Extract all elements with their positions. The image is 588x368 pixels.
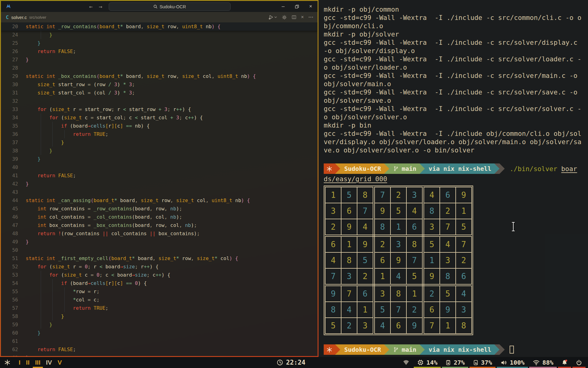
module-power[interactable]	[572, 357, 586, 368]
code-token: start_row	[55, 82, 88, 87]
line-number: 33	[1, 105, 18, 113]
code-editor-area[interactable]: 20static int _row_contains(board_t* boar…	[1, 22, 318, 356]
prompt-segment: via nix nix-shell	[425, 163, 495, 174]
indent-guide	[64, 296, 65, 304]
code-text: }	[18, 56, 29, 64]
sudoku-cell: 8	[456, 318, 472, 334]
code-token: TRUE	[94, 131, 106, 137]
workspace-I[interactable]: I	[16, 357, 23, 368]
editor-window[interactable]: ← → Sudoku-OCR – × C solver.c src/	[1, 1, 318, 356]
code-token	[144, 73, 147, 79]
split-editor-button[interactable]	[292, 15, 296, 20]
line-number: 46	[1, 213, 18, 221]
module-network[interactable]: 88%	[529, 357, 557, 368]
sudoku-cell: 2	[456, 252, 472, 268]
code-text	[18, 97, 26, 105]
nix-snowflake-icon[interactable]	[4, 357, 13, 368]
close-editor-button[interactable]: ×	[301, 14, 304, 20]
sudoku-cell: 8	[390, 285, 406, 302]
code-token: ++	[176, 106, 182, 112]
code-line: 29static int _box_contains(board_t* boar…	[1, 72, 318, 80]
code-text: }	[18, 238, 29, 246]
nav-back-button[interactable]: ←	[89, 3, 92, 10]
line-number: 42	[1, 180, 18, 188]
sudoku-cell: 1	[456, 203, 472, 219]
restore-button[interactable]	[290, 1, 304, 12]
tray-network-icon[interactable]	[399, 357, 413, 368]
line-number: 36	[1, 130, 18, 138]
code-token: (col	[91, 90, 108, 96]
module-memory[interactable]: 27%	[441, 357, 469, 368]
code-token: /	[108, 90, 111, 96]
code-line: 63}	[1, 354, 318, 356]
code-text	[18, 188, 26, 196]
code-token	[179, 24, 182, 29]
minimize-button[interactable]: –	[276, 1, 290, 12]
module-notifications[interactable]	[557, 357, 572, 368]
code-token	[138, 197, 141, 203]
more-actions-button[interactable]	[308, 16, 313, 18]
powerline-arrow-shape	[494, 344, 499, 355]
code-token	[156, 255, 159, 261]
taskbar[interactable]: IIIIIIIVV 22:24 14%27%37%100%88%	[0, 357, 588, 368]
line-number: 44	[1, 196, 18, 205]
sudoku-cell: 3	[423, 219, 440, 236]
workspace-IV[interactable]: IV	[43, 357, 55, 368]
code-token: (board	[132, 222, 150, 228]
code-token: return	[38, 173, 55, 178]
code-text: return !(row_contains || col_contains ||…	[18, 229, 200, 238]
nav-forward-button[interactable]: →	[99, 3, 102, 10]
code-line: 32	[1, 97, 318, 105]
space	[557, 165, 561, 173]
tab-solver-c[interactable]: C solver.c src/solver	[1, 12, 51, 22]
module-value: 14%	[426, 359, 437, 366]
code-text: }	[18, 39, 40, 47]
sudoku-cell: 3	[440, 252, 456, 268]
powerline-arrow-shape	[420, 163, 425, 174]
terminal-window[interactable]: mkdir -p obj/commongcc -std=c99 -Wall -W…	[318, 0, 588, 357]
code-token	[55, 197, 58, 203]
code-token	[55, 347, 58, 352]
code-token: box_contains)	[156, 231, 197, 236]
module-volume[interactable]: 100%	[496, 357, 529, 368]
code-token: board	[117, 197, 135, 203]
code-token	[132, 280, 135, 286]
indent-guide	[52, 312, 53, 320]
code-line: 48 return !(row_contains || col_contains…	[1, 229, 318, 238]
code-token: ]	[120, 123, 123, 129]
line-number: 29	[1, 72, 18, 80]
line-number: 62	[1, 345, 18, 354]
code-token	[26, 222, 38, 228]
code-text: for (size_t r = start_row; r < start_row…	[18, 105, 191, 113]
command-center-search[interactable]: Sudoku-OCR	[109, 2, 231, 11]
run-debug-button[interactable]	[268, 14, 277, 20]
gear-icon[interactable]	[282, 15, 287, 20]
module-value: 88%	[542, 359, 553, 366]
code-token: size_t	[64, 115, 82, 121]
code-token: TRUE	[94, 305, 106, 311]
editor-titlebar[interactable]: ← → Sudoku-OCR – ×	[1, 1, 318, 12]
code-token	[182, 222, 185, 228]
sudoku-cell: 9	[440, 302, 456, 318]
code-token: col	[153, 214, 164, 220]
editor-tabbar[interactable]: C solver.c src/solver ×	[1, 12, 318, 22]
code-token: int	[46, 255, 55, 261]
code-line: 37 }	[1, 138, 318, 147]
code-token	[111, 90, 114, 96]
code-token: c	[82, 272, 91, 278]
close-button[interactable]: ×	[304, 1, 318, 12]
workspace-V[interactable]: V	[55, 357, 65, 368]
prompt-segment-nix	[324, 163, 335, 174]
code-token: static	[26, 24, 43, 29]
module-disk[interactable]: 37%	[469, 357, 496, 368]
code-token: +	[159, 106, 162, 112]
sudoku-cell: 5	[374, 302, 391, 318]
module-cpu[interactable]: 14%	[413, 357, 441, 368]
powerline-arrow-sh​ape	[499, 344, 505, 355]
line-number: 45	[1, 205, 18, 213]
module-value: 100%	[510, 359, 525, 366]
sudoku-row: 619238547	[325, 236, 472, 253]
code-token: for	[38, 106, 47, 112]
workspace-III[interactable]: III	[32, 357, 43, 368]
workspace-II[interactable]: II	[23, 357, 32, 368]
